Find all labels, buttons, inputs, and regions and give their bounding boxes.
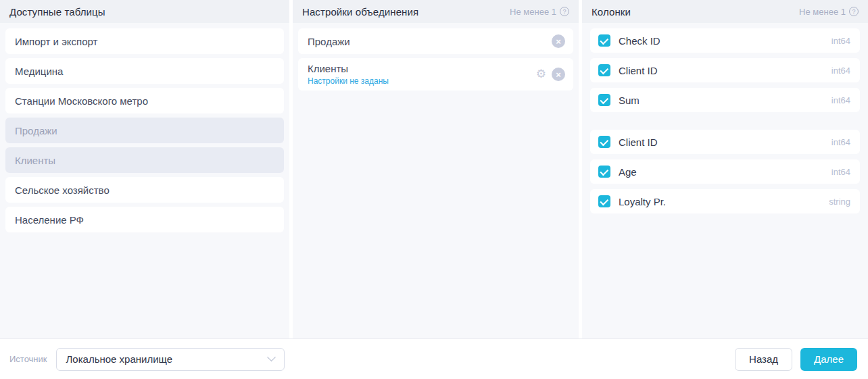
column-name: Loyalty Pr.: [619, 196, 666, 207]
panel-available-tables: Доступные таблицы Импорт и экспортМедици…: [0, 0, 289, 338]
table-row-label: Клиенты: [15, 155, 55, 166]
remove-table-icon[interactable]: ×: [552, 68, 565, 81]
column-name: Age: [619, 166, 637, 178]
column-group: Check IDint64Client IDint64Sumint64: [590, 28, 860, 112]
panel-title-tables: Доступные таблицы: [9, 6, 105, 18]
source-select-value: Локальное хранилище: [66, 353, 173, 365]
column-type: int64: [831, 36, 850, 46]
table-row-label: Продажи: [15, 125, 57, 136]
available-tables-header: Доступные таблицы: [0, 0, 289, 23]
join-card-title: Продажи: [308, 36, 350, 47]
column-name: Client ID: [619, 136, 658, 148]
table-row[interactable]: Медицина: [5, 58, 284, 84]
column-row[interactable]: Sumint64: [590, 88, 860, 112]
remove-table-icon[interactable]: ×: [552, 34, 565, 48]
column-type: int64: [831, 95, 850, 105]
column-name: Sum: [619, 95, 640, 106]
join-card-title: Клиенты: [308, 63, 389, 74]
columns-header: Колонки Не менее 1 ?: [582, 0, 868, 23]
min-required-text: Не менее 1: [510, 7, 556, 17]
column-row[interactable]: Ageint64: [590, 159, 860, 184]
column-type: int64: [831, 137, 850, 147]
column-type: string: [829, 197, 850, 207]
column-name: Client ID: [619, 65, 658, 76]
join-card-icons: ⚙×: [536, 68, 565, 81]
table-row-label: Станции Московского метро: [15, 95, 148, 107]
columns-list: Check IDint64Client IDint64Sumint64Clien…: [582, 23, 868, 338]
column-group: Client IDint64Ageint64Loyalty Pr.string: [590, 130, 860, 213]
column-row[interactable]: Loyalty Pr.string: [590, 189, 860, 213]
table-row[interactable]: Сельское хозяйство: [5, 177, 284, 203]
table-row[interactable]: Станции Московского метро: [5, 88, 284, 113]
wizard-footer: Источник Локальное хранилище Назад Далее: [0, 338, 868, 379]
column-row[interactable]: Client IDint64: [590, 130, 860, 154]
min-required-text: Не менее 1: [799, 7, 846, 17]
column-type: int64: [831, 167, 850, 177]
min-required-badge-columns: Не менее 1 ?: [799, 7, 859, 17]
panel-columns: Колонки Не менее 1 ? Check IDint64Client…: [582, 0, 868, 338]
next-button[interactable]: Далее: [800, 348, 857, 371]
source-label: Источник: [9, 354, 47, 364]
table-row-label: Население РФ: [15, 214, 84, 226]
checkbox-checked-icon[interactable]: [598, 34, 610, 47]
join-settings-link[interactable]: Настройки не заданы: [308, 76, 389, 86]
checkbox-checked-icon[interactable]: [598, 64, 610, 76]
join-card-icons: ×: [552, 34, 565, 48]
min-required-badge-joins: Не менее 1 ?: [510, 7, 569, 17]
join-settings-header: Настройки объединения Не менее 1 ?: [293, 0, 579, 23]
join-card-text: КлиентыНастройки не заданы: [308, 63, 389, 86]
back-button[interactable]: Назад: [735, 348, 792, 371]
help-icon[interactable]: ?: [849, 7, 859, 16]
panel-join-settings: Настройки объединения Не менее 1 ? Прода…: [293, 0, 579, 338]
table-row-label: Сельское хозяйство: [15, 184, 110, 196]
table-row[interactable]: Клиенты: [5, 147, 284, 173]
join-card: Продажи×: [298, 28, 573, 54]
column-name: Check ID: [619, 35, 660, 47]
table-row-label: Медицина: [15, 66, 63, 77]
help-icon[interactable]: ?: [560, 7, 569, 16]
checkbox-checked-icon[interactable]: [598, 166, 610, 178]
available-tables-list: Импорт и экспортМедицинаСтанции Московск…: [0, 23, 289, 338]
checkbox-checked-icon[interactable]: [598, 136, 610, 148]
table-row[interactable]: Население РФ: [5, 207, 284, 232]
checkbox-checked-icon[interactable]: [598, 195, 610, 207]
dataset-wizard: Доступные таблицы Импорт и экспортМедици…: [0, 0, 868, 338]
column-row[interactable]: Check IDint64: [590, 28, 860, 53]
table-row[interactable]: Продажи: [5, 118, 284, 143]
table-row[interactable]: Импорт и экспорт: [5, 28, 284, 54]
join-settings-list: Продажи×КлиентыНастройки не заданы⚙×: [293, 23, 579, 338]
join-card-text: Продажи: [308, 36, 350, 47]
panel-title-joins: Настройки объединения: [302, 6, 418, 18]
source-select[interactable]: Локальное хранилище: [56, 348, 285, 371]
join-card: КлиентыНастройки не заданы⚙×: [298, 58, 573, 91]
panel-title-columns: Колонки: [592, 6, 631, 18]
chevron-down-icon: [267, 353, 276, 361]
gear-icon[interactable]: ⚙: [536, 68, 546, 81]
checkbox-checked-icon[interactable]: [598, 94, 610, 106]
column-row[interactable]: Client IDint64: [590, 58, 860, 82]
table-row-label: Импорт и экспорт: [15, 36, 97, 47]
column-type: int64: [831, 66, 850, 76]
